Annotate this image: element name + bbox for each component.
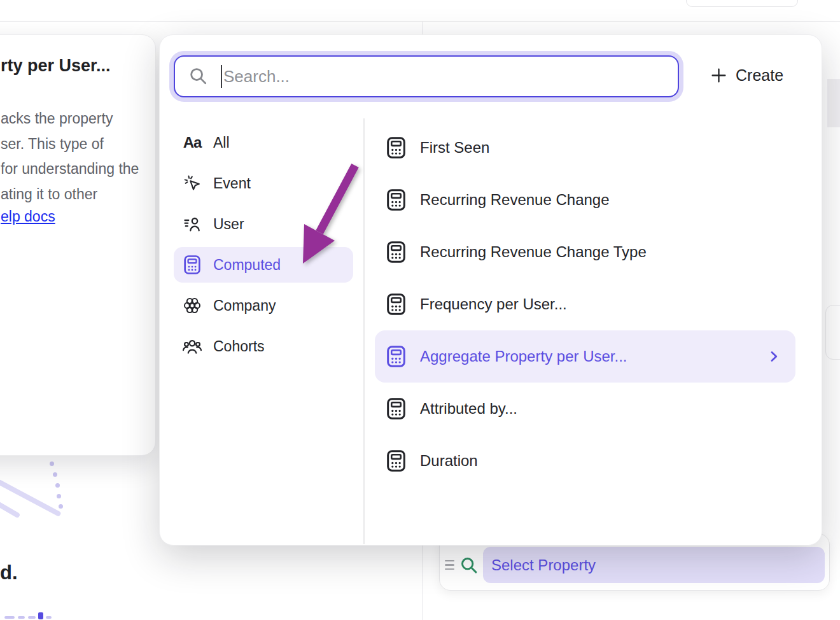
search-field[interactable] — [174, 55, 679, 97]
help-docs-link[interactable]: elp docs — [1, 208, 55, 225]
property-recurring-revenue-change[interactable]: Recurring Revenue Change — [375, 174, 795, 226]
property-attributed-by[interactable]: Attributed by... — [375, 383, 795, 435]
cutoff-button-fragment — [686, 0, 798, 7]
property-label: Recurring Revenue Change — [420, 191, 610, 209]
company-cluster-icon — [183, 297, 202, 314]
category-event[interactable]: Event — [174, 166, 353, 201]
tooltip-body-line: ser. This type of — [1, 132, 139, 157]
column-divider — [363, 118, 365, 544]
category-list: Aa All Event — [174, 125, 353, 369]
tooltip-title: rty per User... — [1, 56, 111, 76]
calculator-icon — [386, 241, 406, 263]
category-computed[interactable]: Computed — [174, 247, 353, 283]
cutoff-text-fragment — [4, 616, 15, 619]
property-label: Aggregate Property per User... — [420, 348, 627, 365]
search-input[interactable] — [214, 59, 676, 94]
search-icon — [189, 67, 207, 85]
tooltip-body-line: ating it to other — [1, 182, 139, 208]
decorative-dot — [57, 494, 61, 498]
property-label: Duration — [420, 452, 478, 470]
category-label: Computed — [213, 257, 281, 274]
property-first-seen[interactable]: First Seen — [375, 122, 795, 174]
tooltip-body-line: acks the property — [1, 106, 139, 132]
property-frequency-per-user[interactable]: Frequency per User... — [375, 278, 795, 330]
plus-icon — [711, 67, 727, 83]
select-property-label: Select Property — [491, 556, 596, 574]
decorative-dot — [53, 472, 57, 477]
calculator-icon — [386, 293, 406, 315]
decorative-dot — [59, 504, 63, 509]
property-list: First Seen Recurring Revenue Change Recu… — [375, 122, 795, 487]
cutoff-text-fragment — [46, 616, 52, 619]
text-aa-icon: Aa — [183, 134, 202, 151]
property-aggregate-property-per-user[interactable]: Aggregate Property per User... — [375, 330, 795, 383]
chevron-right-icon — [767, 349, 780, 364]
property-recurring-revenue-change-type[interactable]: Recurring Revenue Change Type — [375, 226, 795, 278]
property-tooltip-card: rty per User... acks the property ser. T… — [0, 34, 156, 456]
property-label: Attributed by... — [420, 400, 517, 418]
category-label: Company — [213, 297, 276, 314]
screen: rty per User... acks the property ser. T… — [0, 0, 840, 620]
tooltip-body-line: for understanding the — [1, 157, 139, 182]
category-label: Event — [213, 175, 251, 192]
category-label: User — [213, 216, 244, 233]
event-click-icon — [183, 175, 202, 192]
decorative-dot — [50, 461, 54, 466]
category-company[interactable]: Company — [174, 288, 353, 323]
create-button[interactable]: Create — [706, 60, 788, 90]
calculator-icon — [386, 137, 406, 159]
decorative-line — [0, 501, 20, 519]
category-all[interactable]: Aa All — [174, 125, 353, 160]
cutoff-text: d. — [0, 561, 18, 584]
property-label: Frequency per User... — [420, 295, 567, 313]
category-cohorts[interactable]: Cohorts — [174, 328, 353, 364]
cutoff-text-fragment — [28, 616, 36, 619]
property-picker-modal: Create Aa All Event — [159, 34, 822, 546]
calculator-icon — [386, 189, 406, 211]
calculator-icon — [386, 450, 406, 472]
property-label: Recurring Revenue Change Type — [420, 243, 647, 261]
create-button-label: Create — [736, 66, 783, 85]
calculator-icon — [183, 255, 202, 274]
page-horizontal-divider — [0, 21, 840, 22]
calculator-icon — [386, 346, 406, 367]
property-label: First Seen — [420, 139, 489, 157]
cohorts-icon — [183, 339, 202, 354]
user-list-icon — [183, 217, 202, 232]
category-user[interactable]: User — [174, 206, 353, 242]
select-property-button[interactable]: Select Property — [483, 547, 825, 583]
decorative-dot — [55, 483, 60, 488]
cutoff-text-fragment — [18, 616, 25, 619]
drag-handle-icon[interactable] — [445, 560, 456, 570]
calculator-icon — [386, 398, 406, 419]
background-card-fragment — [825, 305, 840, 360]
cutoff-text-fragment — [38, 612, 43, 619]
property-duration[interactable]: Duration — [375, 435, 795, 487]
search-icon — [460, 556, 478, 574]
category-label: Cohorts — [213, 338, 265, 355]
background-panel-fragment — [827, 79, 840, 127]
category-label: All — [213, 134, 230, 151]
tooltip-body: acks the property ser. This type of for … — [1, 106, 139, 207]
